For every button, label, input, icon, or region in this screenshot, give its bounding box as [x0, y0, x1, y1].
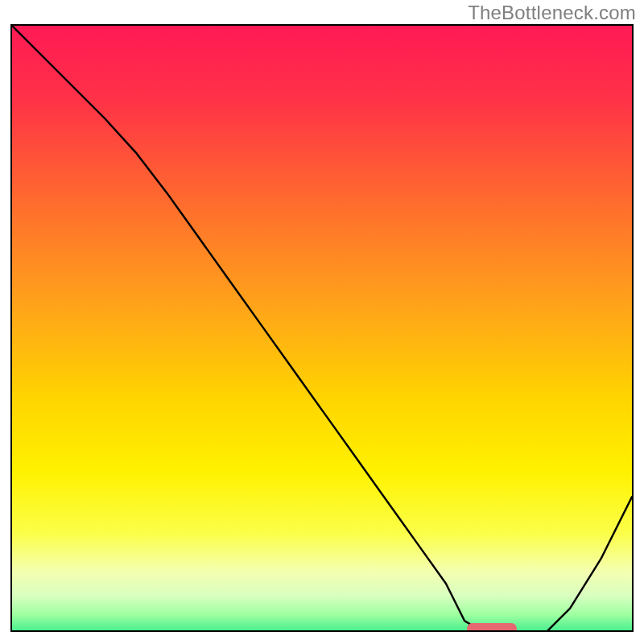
- chart-canvas: TheBottleneck.com: [0, 0, 644, 644]
- optimal-marker: [467, 623, 517, 632]
- plot-area: [10, 24, 634, 632]
- bottleneck-curve: [12, 26, 632, 632]
- watermark-text: TheBottleneck.com: [468, 2, 636, 24]
